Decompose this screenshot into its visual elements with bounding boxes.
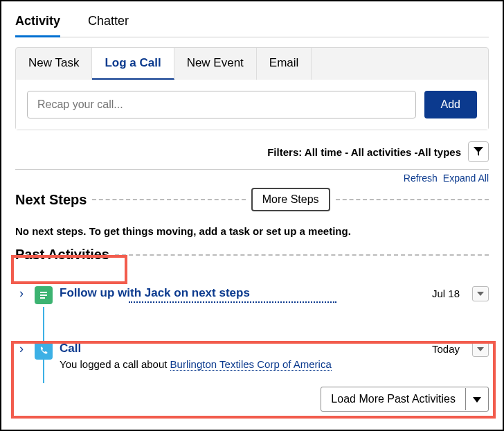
activity-date: Today — [432, 342, 460, 355]
activity-title-link[interactable]: Call — [60, 342, 81, 355]
tab-new-event[interactable]: New Event — [174, 48, 257, 80]
filters-label: Filters: All time - All activities -All … — [267, 146, 461, 158]
past-activities-title: Past Activities — [15, 247, 115, 263]
tab-email[interactable]: Email — [257, 48, 312, 80]
item-menu-button[interactable] — [472, 342, 489, 357]
expand-all-link[interactable]: Expand All — [443, 173, 489, 184]
item-menu-button[interactable] — [472, 286, 489, 301]
timeline-item-task: › Follow up with Jack on next steps Jul … — [15, 283, 489, 307]
load-more-button[interactable]: Load More Past Activities — [321, 387, 465, 411]
activity-description: You logged a call about — [60, 358, 170, 370]
tab-activity[interactable]: Activity — [15, 10, 60, 37]
call-icon — [35, 342, 53, 360]
funnel-icon — [474, 147, 483, 157]
divider — [336, 199, 489, 200]
activity-date: Jul 18 — [432, 286, 460, 299]
load-more-group: Load More Past Activities — [321, 387, 489, 412]
activity-composer: New Task Log a Call New Event Email Add — [15, 47, 489, 130]
caret-down-icon — [477, 347, 484, 351]
next-steps-title: Next Steps — [15, 192, 92, 208]
activity-timeline: › Follow up with Jack on next steps Jul … — [15, 283, 489, 412]
task-icon — [35, 286, 53, 304]
call-recap-input[interactable] — [27, 91, 416, 118]
refresh-link[interactable]: Refresh — [404, 173, 438, 184]
tab-log-call[interactable]: Log a Call — [92, 48, 174, 80]
next-steps-empty: No next steps. To get things moving, add… — [15, 225, 489, 237]
divider — [129, 301, 336, 303]
expand-chevron-icon[interactable]: › — [15, 286, 28, 301]
related-record-link[interactable]: Burlington Textiles Corp of America — [170, 358, 332, 371]
activity-title-link[interactable]: Follow up with Jack on next steps — [60, 286, 250, 299]
load-more-menu-button[interactable] — [465, 388, 488, 410]
add-button[interactable]: Add — [424, 91, 477, 118]
more-steps-button[interactable]: More Steps — [251, 188, 330, 211]
caret-down-icon — [477, 292, 484, 296]
tab-chatter[interactable]: Chatter — [88, 10, 129, 37]
divider — [92, 199, 245, 200]
caret-down-icon — [473, 397, 481, 403]
filter-button[interactable] — [468, 141, 489, 162]
timeline-item-call: › Call You logged a call about Burlingto… — [15, 339, 489, 373]
tab-new-task[interactable]: New Task — [16, 48, 92, 80]
expand-chevron-icon[interactable]: › — [15, 342, 28, 356]
divider — [115, 254, 489, 256]
